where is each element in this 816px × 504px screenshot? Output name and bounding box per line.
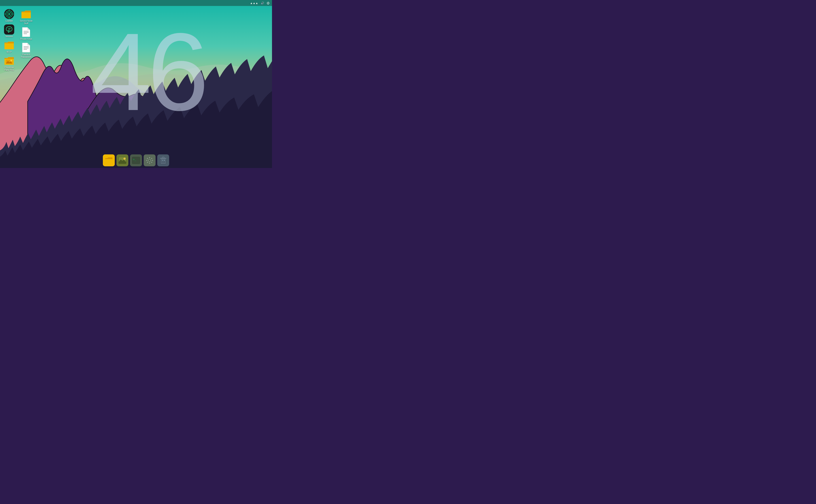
svg-point-25 — [123, 158, 126, 160]
volume-icon: 🔊 — [261, 1, 264, 5]
lokinet-graphic — [4, 9, 14, 19]
session-icon-item[interactable]: Session — [2, 24, 17, 39]
private-keys-icon-item[interactable]: Private Keys — [19, 26, 34, 41]
lokinet-label: LokiNet — [6, 20, 13, 22]
svg-point-15 — [10, 60, 12, 61]
taskbar-files-button[interactable] — [103, 154, 115, 166]
svg-rect-31 — [149, 162, 150, 164]
service-node-stuff-icon-item[interactable]: Service Node Stuff — [19, 8, 34, 26]
service-node-stuff-graphic — [21, 9, 31, 19]
session-label: Session — [5, 35, 13, 38]
right-desktop-icons: Service Node Stuff Private Keys — [19, 8, 34, 59]
lokinet-icon-item[interactable]: LokiNet — [2, 8, 17, 23]
svg-rect-16 — [21, 12, 31, 18]
topbar: ▲▲▲ 🔊 ⏻ — [0, 0, 272, 6]
svg-rect-33 — [152, 160, 153, 161]
wifi-icon: ▲▲▲ — [250, 1, 258, 5]
wip-graphic — [4, 40, 14, 50]
christmas-party-pics-icon-item[interactable]: Christmas Party Pics — [2, 55, 17, 72]
private-keys-graphic — [21, 27, 31, 37]
taskbar-terminal-button[interactable]: >_ — [130, 154, 142, 166]
svg-rect-36 — [147, 161, 148, 163]
plaintext-passwords-icon-item[interactable]: Plaintext Passwords — [19, 42, 34, 59]
wip-icon-item[interactable]: W.I.P — [2, 39, 17, 54]
svg-text:>_: >_ — [133, 158, 136, 161]
svg-rect-23 — [105, 159, 112, 164]
taskbar-image-viewer-button[interactable] — [116, 154, 128, 166]
svg-rect-35 — [151, 158, 152, 159]
svg-point-29 — [149, 160, 150, 161]
session-graphic — [4, 24, 14, 35]
wallpaper: 46 — [0, 6, 272, 168]
taskbar-trash-button[interactable] — [157, 154, 169, 166]
svg-rect-40 — [162, 157, 164, 158]
plaintext-passwords-label: Plaintext Passwords — [20, 53, 33, 58]
taskbar: >_ — [0, 153, 272, 168]
svg-point-6 — [8, 13, 10, 15]
christmas-party-pics-graphic — [4, 55, 14, 66]
plaintext-passwords-graphic — [21, 42, 31, 53]
service-node-stuff-label: Service Node Stuff — [20, 20, 33, 25]
christmas-party-pics-label: Christmas Party Pics — [3, 66, 16, 71]
private-keys-label: Private Keys — [20, 38, 32, 40]
wip-label: W.I.P — [7, 51, 12, 53]
svg-rect-12 — [4, 43, 14, 49]
taskbar-settings-button[interactable] — [144, 154, 155, 166]
left-desktop-icons: LokiNet Session W.I.P — [2, 8, 17, 72]
power-icon[interactable]: ⏻ — [267, 1, 269, 5]
svg-rect-30 — [149, 157, 150, 158]
svg-rect-37 — [151, 161, 152, 163]
svg-rect-34 — [147, 158, 148, 159]
svg-rect-32 — [146, 160, 147, 161]
